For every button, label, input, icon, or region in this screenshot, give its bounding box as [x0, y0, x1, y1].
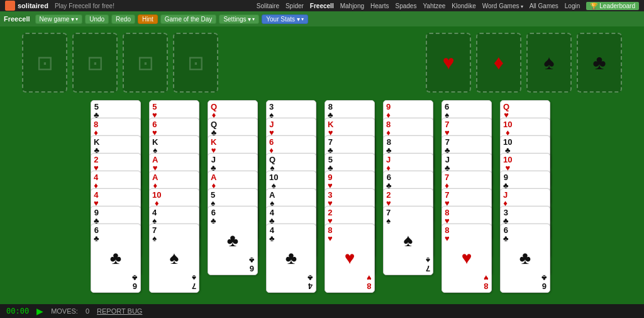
- game-timer: 00:00: [6, 307, 29, 315]
- topbar: solitaired Play Freecell for free! Solit…: [0, 0, 644, 11]
- nav-spider[interactable]: Spider: [286, 3, 304, 9]
- game-of-day-button[interactable]: Game of the Day: [160, 14, 217, 24]
- redo-button[interactable]: Redo: [111, 14, 135, 24]
- card-suit-center: ♣: [110, 248, 121, 268]
- play-button[interactable]: ▶: [36, 306, 43, 316]
- columns-area: 5♣♣5♣8♦♦8♦K♣♣K♣2♥♥2♥4♦♦4♦4♥♥4♥9♣♣9♣6♣♣6♣…: [9, 100, 635, 293]
- logo-text[interactable]: solitaired: [18, 2, 48, 9]
- foundation-2[interactable]: ♦: [476, 33, 521, 93]
- foundation-3[interactable]: ♠: [526, 33, 572, 93]
- undo-button[interactable]: Undo: [85, 14, 109, 24]
- column-6: 9♦♦9♦8♦♦8♦8♣♣8♣J♦♦J♦6♣♣6♣2♥♥2♥7♠♠7♠: [383, 100, 436, 289]
- foundation-4[interactable]: ♣: [577, 33, 622, 93]
- free-cell-4-icon: ⊡: [187, 51, 204, 75]
- hint-button[interactable]: Hint: [138, 14, 158, 24]
- nav-hearts[interactable]: Hearts: [370, 3, 389, 9]
- card-suit-br: ♠: [426, 256, 430, 264]
- card-rank-br: 8: [367, 282, 372, 290]
- nav-solitaire[interactable]: Solitaire: [257, 3, 279, 9]
- card-suit-tl: ♥: [328, 234, 333, 242]
- settings-button[interactable]: Settings ▾: [219, 14, 259, 24]
- top-area: ⊡ ⊡ ⊡ ⊡ ♥ ♦ ♠ ♣: [9, 33, 635, 93]
- free-cell-3[interactable]: ⊡: [123, 33, 168, 93]
- card-suit-tl: ♣: [269, 234, 275, 242]
- column-1: 5♣♣5♣8♦♦8♦K♣♣K♣2♥♥2♥4♦♦4♦4♥♥4♥9♣♣9♣6♣♣6♣: [91, 100, 144, 293]
- leaderboard-button[interactable]: 🏆 Leaderboard: [586, 2, 639, 10]
- card-col7-8[interactable]: 8♥♥8♥: [441, 224, 492, 293]
- card-suit-tl: ♣: [94, 234, 99, 242]
- card-suit-br: ♣: [308, 274, 313, 282]
- foundation-1[interactable]: ♥: [426, 33, 471, 93]
- new-game-button[interactable]: New game ▾: [35, 14, 83, 24]
- report-bug-link[interactable]: REPORT BUG: [97, 307, 142, 315]
- nav-yahtzee[interactable]: Yahtzee: [423, 3, 445, 9]
- leaderboard-label: Leaderboard: [599, 3, 635, 9]
- column-4: 3♠♠3♠J♥♥J♥6♦♦6♦Q♠♠Q♠10♠♠10♠A♠♠A♠4♣♣4♣4♣♣…: [266, 100, 319, 293]
- card-col3-7[interactable]: 6♣♣6♣: [208, 206, 258, 275]
- foundations: ♥ ♦ ♠ ♣: [426, 33, 622, 93]
- nav-spades[interactable]: Spades: [395, 3, 416, 9]
- card-suit-tl: ♠: [386, 217, 391, 225]
- play-free-text: Play Freecell for free!: [55, 3, 114, 9]
- card-col2-8[interactable]: 7♠♠7♠: [149, 224, 199, 293]
- card-suit-tl: ♠: [152, 234, 157, 242]
- free-cells: ⊡ ⊡ ⊡ ⊡: [22, 33, 218, 93]
- foundation-3-icon: ♠: [544, 51, 555, 74]
- card-suit-center: ♣: [519, 248, 531, 268]
- nav-freecell[interactable]: Freecell: [310, 3, 334, 9]
- card-rank-br: 8: [484, 282, 489, 290]
- column-8: Q♥♥Q♥10♦♦10♦10♣♣10♣10♥♥10♥9♣♣9♣J♦♦J♦3♣♣3…: [500, 100, 553, 293]
- toolbar: Freecell New game ▾ Undo Redo Hint Game …: [0, 11, 644, 26]
- card-col8-8[interactable]: 6♣♣6♣: [500, 224, 550, 293]
- logo-icon: [5, 1, 15, 11]
- card-suit-center: ♣: [286, 248, 297, 268]
- logo: solitaired: [5, 1, 48, 11]
- card-rank-br: 4: [308, 282, 313, 290]
- nav-links: Solitaire Spider Freecell Mahjong Hearts…: [257, 2, 639, 10]
- card-suit-center: ♣: [227, 230, 238, 251]
- card-rank-br: 6: [250, 264, 254, 273]
- column-7: 6♠♠6♠7♥♥7♥7♣♣7♣J♣♣J♣7♦♦7♦7♥♥7♥8♥♥8♥8♥♥8♥: [441, 100, 495, 293]
- free-cell-2[interactable]: ⊡: [72, 33, 118, 93]
- free-cell-4[interactable]: ⊡: [173, 33, 218, 93]
- free-cell-1-icon: ⊡: [36, 51, 53, 75]
- card-suit-center: ♥: [462, 248, 472, 268]
- card-col4-8[interactable]: 4♣♣4♣: [266, 224, 316, 293]
- card-suit-tl: ♣: [503, 234, 509, 242]
- nav-word-games[interactable]: Word Games: [482, 3, 523, 9]
- free-cell-1[interactable]: ⊡: [22, 33, 67, 93]
- card-suit-br: ♣: [132, 274, 138, 282]
- card-suit-center: ♠: [170, 248, 179, 268]
- column-5: 8♣♣8♣K♥♥K♥7♣♣7♣5♣♣5♣9♥♥9♥3♥♥3♥2♥♥2♥8♥♥8♥: [325, 100, 378, 293]
- card-suit-br: ♥: [367, 274, 372, 282]
- card-suit-tl: ♣: [211, 217, 216, 225]
- game-area: ⊡ ⊡ ⊡ ⊡ ♥ ♦ ♠ ♣ 5♣♣5♣8♦♦8♦K♣♣K♣2♥♥2♥4♦♦4…: [0, 26, 644, 313]
- card-col6-7[interactable]: 7♠♠7♠: [383, 206, 433, 275]
- column-2: 5♥♥5♥6♥♥6♥K♠♠K♠A♥♥A♥A♦♦A♦10♦♦10♦4♠♠4♠7♠♠…: [149, 100, 203, 293]
- nav-mahjong[interactable]: Mahjong: [340, 3, 364, 9]
- card-col5-8[interactable]: 8♥♥8♥: [325, 224, 375, 293]
- foundation-1-icon: ♥: [443, 51, 455, 74]
- moves-label: MOVES:: [51, 307, 78, 315]
- free-cell-2-icon: ⊡: [87, 51, 104, 75]
- bottombar: 00:00 ▶ MOVES: 0 REPORT BUG: [0, 304, 644, 318]
- card-suit-center: ♥: [345, 248, 355, 268]
- foundation-4-icon: ♣: [593, 51, 606, 74]
- nav-login[interactable]: Login: [565, 3, 580, 9]
- card-col1-8[interactable]: 6♣♣6♣: [91, 224, 141, 293]
- your-stats-button[interactable]: Your Stats ▾: [262, 14, 308, 24]
- trophy-icon: 🏆: [590, 3, 597, 9]
- toolbar-game-title: Freecell: [4, 15, 30, 23]
- card-suit-br: ♣: [249, 256, 255, 264]
- free-cell-3-icon: ⊡: [137, 51, 154, 75]
- card-rank-br: 7: [426, 264, 430, 273]
- moves-count: 0: [86, 307, 89, 315]
- column-3: Q♦♦Q♦Q♣♣Q♣K♥♥K♥J♣♣J♣A♦♦A♦5♠♠5♠6♣♣6♣: [208, 100, 261, 289]
- nav-all-games[interactable]: All Games: [530, 3, 558, 9]
- card-suit-center: ♠: [404, 230, 413, 251]
- card-rank-br: 6: [542, 282, 547, 290]
- card-suit-br: ♣: [541, 274, 547, 282]
- nav-klondike[interactable]: Klondike: [452, 3, 475, 9]
- card-suit-tl: ♥: [445, 234, 450, 242]
- card-suit-br: ♠: [192, 274, 196, 282]
